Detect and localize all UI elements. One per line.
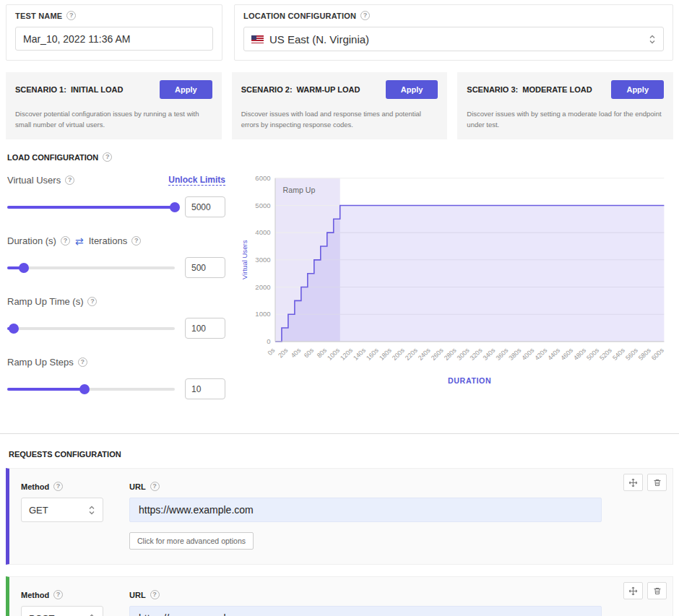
- svg-text:0s: 0s: [267, 347, 277, 357]
- apply-button-scenario-2[interactable]: Apply: [386, 80, 438, 99]
- test-name-panel: TEST NAME: [6, 4, 222, 61]
- slider-thumb[interactable]: [170, 202, 180, 212]
- delete-request-button[interactable]: [647, 474, 667, 491]
- help-icon[interactable]: [78, 357, 87, 367]
- ramp-up-steps-row: Ramp Up Steps: [7, 357, 225, 399]
- advanced-options-button-1[interactable]: Click for more advanced options: [129, 532, 254, 550]
- delete-request-button[interactable]: [647, 582, 667, 599]
- svg-text:200s: 200s: [391, 347, 406, 362]
- location-value: US East (N. Virginia): [269, 33, 643, 45]
- slider-thumb[interactable]: [9, 324, 19, 334]
- load-configuration-title: LOAD CONFIGURATION: [7, 152, 672, 162]
- help-icon[interactable]: [53, 482, 63, 491]
- svg-text:3000: 3000: [255, 256, 270, 264]
- svg-text:340s: 340s: [482, 347, 497, 362]
- test-name-label-row: TEST NAME: [15, 11, 213, 20]
- svg-text:420s: 420s: [533, 347, 548, 362]
- duration-value-input[interactable]: [185, 257, 225, 278]
- sliders-column: Virtual Users Unlock Limits Dur: [7, 168, 225, 417]
- svg-text:300s: 300s: [456, 347, 471, 362]
- ramp-up-chart: 01000200030004000500060000s20s40s60s80s1…: [238, 169, 672, 388]
- scenario-3-title: SCENARIO 3:MODERATE LOAD: [467, 85, 592, 94]
- chevron-updown-icon: [88, 505, 95, 516]
- test-name-label: TEST NAME: [15, 12, 62, 20]
- location-select[interactable]: US East (N. Virginia): [243, 27, 664, 51]
- section-divider: [0, 433, 679, 434]
- svg-text:60s: 60s: [303, 347, 316, 360]
- svg-text:1000: 1000: [255, 311, 270, 318]
- help-icon[interactable]: [360, 11, 370, 20]
- svg-text:0: 0: [267, 338, 270, 346]
- scenario-1-description: Discover potential configuration issues …: [15, 109, 212, 130]
- ramp-up-time-row: Ramp Up Time (s): [7, 296, 225, 339]
- move-icon: [628, 586, 638, 596]
- method-label: Method: [21, 482, 49, 491]
- svg-text:280s: 280s: [443, 347, 458, 362]
- move-request-button[interactable]: [623, 474, 643, 491]
- apply-button-scenario-1[interactable]: Apply: [160, 80, 212, 99]
- move-request-button[interactable]: [623, 582, 643, 599]
- virtual-users-slider[interactable]: [7, 202, 175, 212]
- method-select-1[interactable]: GET: [21, 498, 103, 522]
- svg-text:6000: 6000: [255, 174, 270, 182]
- svg-text:5000: 5000: [255, 201, 270, 209]
- slider-thumb[interactable]: [79, 384, 90, 394]
- ramp-up-time-label: Ramp Up Time (s): [7, 296, 83, 307]
- apply-button-scenario-3[interactable]: Apply: [611, 80, 664, 99]
- unlock-limits-link[interactable]: Unlock Limits: [168, 175, 225, 186]
- request-card-2: Method POST URL: [6, 576, 673, 616]
- ramp-up-steps-slider[interactable]: [7, 384, 175, 394]
- svg-text:580s: 580s: [637, 347, 652, 362]
- swap-duration-iterations-icon[interactable]: [75, 236, 84, 246]
- location-label: LOCATION CONFIGURATION: [243, 12, 356, 20]
- location-panel: LOCATION CONFIGURATION US East (N. Virgi…: [234, 4, 673, 61]
- help-icon[interactable]: [61, 236, 70, 246]
- svg-text:2000: 2000: [255, 283, 270, 291]
- help-icon[interactable]: [66, 11, 76, 20]
- ramp-up-time-value-input[interactable]: [185, 318, 225, 339]
- svg-text:240s: 240s: [417, 347, 432, 362]
- virtual-users-value-input[interactable]: [185, 196, 225, 217]
- svg-text:Virtual Users: Virtual Users: [241, 240, 248, 280]
- help-icon[interactable]: [150, 590, 160, 599]
- chevron-updown-icon: [88, 613, 95, 616]
- slider-thumb[interactable]: [19, 263, 29, 273]
- method-select-2[interactable]: POST: [21, 606, 103, 616]
- help-icon[interactable]: [150, 482, 160, 491]
- request-card-1: Method GET URL: [6, 468, 673, 565]
- url-input-1[interactable]: [129, 498, 602, 522]
- ramp-up-time-slider[interactable]: [7, 324, 175, 334]
- svg-text:40s: 40s: [290, 347, 303, 360]
- help-icon[interactable]: [65, 175, 74, 185]
- ramp-up-steps-label: Ramp Up Steps: [7, 357, 74, 368]
- duration-row: Duration (s) Iterations: [7, 235, 225, 278]
- duration-slider[interactable]: [7, 263, 175, 273]
- svg-text:380s: 380s: [507, 347, 522, 362]
- svg-text:180s: 180s: [378, 347, 393, 362]
- scenario-3-description: Discover issues with by setting a modera…: [467, 109, 664, 130]
- svg-text:320s: 320s: [469, 347, 484, 362]
- trash-icon: [653, 586, 662, 596]
- svg-text:120s: 120s: [339, 347, 354, 362]
- svg-text:260s: 260s: [430, 347, 445, 362]
- svg-text:220s: 220s: [404, 347, 419, 362]
- virtual-users-row: Virtual Users Unlock Limits: [7, 175, 225, 217]
- iterations-label: Iterations: [89, 235, 127, 246]
- url-label: URL: [129, 482, 146, 491]
- help-icon[interactable]: [103, 152, 112, 162]
- svg-text:360s: 360s: [495, 347, 510, 362]
- help-icon[interactable]: [53, 590, 63, 599]
- test-name-input[interactable]: [15, 27, 213, 51]
- requests-configuration-section: REQUESTS CONFIGURATION Method GET: [6, 450, 673, 616]
- help-icon[interactable]: [131, 236, 141, 246]
- help-icon[interactable]: [87, 297, 97, 306]
- scenario-card-2: SCENARIO 2:WARM-UP LOAD Apply Discover i…: [232, 72, 448, 139]
- move-icon: [628, 478, 638, 487]
- ramp-up-steps-value-input[interactable]: [185, 378, 225, 399]
- chevron-updown-icon: [649, 34, 656, 45]
- svg-text:500s: 500s: [585, 347, 600, 362]
- method-label: Method: [21, 591, 49, 599]
- url-input-2[interactable]: [129, 606, 602, 616]
- us-flag-icon: [251, 35, 264, 43]
- trash-icon: [653, 478, 662, 487]
